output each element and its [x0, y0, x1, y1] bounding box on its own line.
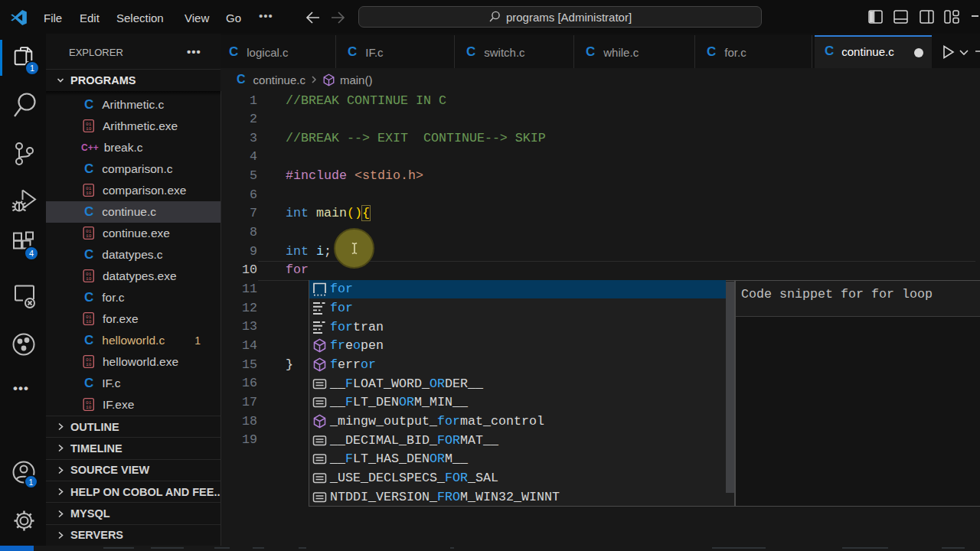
- svg-text:10: 10: [86, 191, 92, 197]
- svg-text:10: 10: [86, 320, 92, 325]
- svg-text:10: 10: [86, 363, 92, 368]
- svg-text:10: 10: [86, 234, 92, 240]
- svg-text:10: 10: [86, 126, 92, 132]
- svg-text:10: 10: [86, 277, 92, 282]
- svg-text:10: 10: [86, 406, 92, 411]
